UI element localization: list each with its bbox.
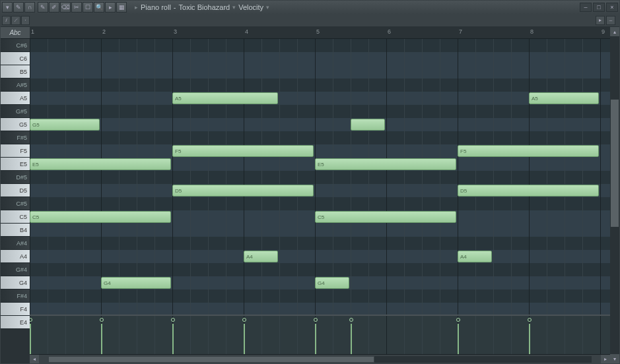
secondary-toolbar: / ⟋ · ▸ – bbox=[1, 14, 619, 27]
bar-marker: 1 bbox=[31, 28, 34, 35]
piano-key-A#4[interactable]: A#4 bbox=[1, 237, 30, 250]
velocity-bar[interactable] bbox=[529, 324, 530, 354]
piano-key-A#5[interactable]: A#5 bbox=[1, 78, 30, 92]
zoom-icon[interactable]: 🔍 bbox=[94, 2, 104, 13]
note-C5[interactable]: C5 bbox=[315, 211, 456, 223]
scroll-grip-icon[interactable]: – bbox=[606, 16, 615, 25]
note-A4[interactable]: A4 bbox=[244, 251, 278, 262]
pencil-icon[interactable]: ✎ bbox=[38, 2, 48, 13]
velocity-handle[interactable] bbox=[171, 318, 175, 322]
vscroll-track[interactable] bbox=[610, 36, 619, 354]
note-E5[interactable]: E5 bbox=[30, 158, 171, 170]
hscroll-track[interactable] bbox=[48, 356, 592, 363]
velocity-bar[interactable] bbox=[244, 324, 245, 354]
note-G5[interactable] bbox=[351, 119, 385, 131]
piano-key-F#5[interactable]: F#5 bbox=[1, 131, 30, 144]
dropdown-icon[interactable]: ▾ bbox=[266, 4, 269, 11]
scroll-up-button[interactable]: ▴ bbox=[610, 27, 619, 36]
note-G4[interactable]: G4 bbox=[101, 277, 171, 289]
dropdown-icon[interactable]: ▾ bbox=[232, 4, 236, 11]
note-F5[interactable]: F5 bbox=[172, 145, 314, 157]
menu-icon[interactable]: ▾ bbox=[2, 2, 13, 13]
velocity-handle[interactable] bbox=[349, 318, 353, 322]
title-instrument[interactable]: Toxic Biohazard bbox=[179, 3, 230, 11]
note-G5[interactable]: G5 bbox=[30, 119, 100, 131]
select-icon[interactable]: ☐ bbox=[83, 2, 93, 13]
note-C5[interactable]: C5 bbox=[30, 211, 171, 223]
erase-icon[interactable]: ⌫ bbox=[60, 2, 71, 13]
velocity-handle[interactable] bbox=[30, 318, 32, 322]
velocity-bar[interactable] bbox=[172, 324, 174, 354]
minimize-button[interactable]: – bbox=[580, 3, 592, 12]
scroll-left-icon[interactable]: ▸ bbox=[596, 16, 605, 25]
maximize-button[interactable]: □ bbox=[593, 3, 605, 12]
slide-tool-icon[interactable]: / bbox=[2, 16, 11, 25]
keys-header[interactable]: Abc bbox=[1, 27, 30, 39]
velocity-handle[interactable] bbox=[314, 318, 318, 322]
velocity-bar[interactable] bbox=[101, 324, 102, 354]
note-F5[interactable]: F5 bbox=[458, 145, 599, 157]
bar-marker: 8 bbox=[530, 28, 534, 35]
piano-key-B4[interactable]: B4 bbox=[1, 224, 30, 237]
piano-key-B5[interactable]: B5 bbox=[1, 65, 30, 78]
velocity-bar[interactable] bbox=[30, 324, 31, 354]
piano-key-G#5[interactable]: G#5 bbox=[1, 105, 30, 118]
vscroll-thumb[interactable] bbox=[611, 100, 619, 227]
piano-key-A5[interactable]: A5 bbox=[1, 92, 30, 105]
scroll-left-button[interactable]: ◂ bbox=[30, 355, 39, 364]
brush-icon[interactable]: ✐ bbox=[49, 2, 59, 13]
bar-marker: 4 bbox=[245, 28, 248, 35]
bar-marker: 5 bbox=[316, 28, 320, 35]
misc-tool-icon[interactable]: · bbox=[21, 16, 30, 25]
piano-roll-window: ▾ ✎ ∩ ✎ ✐ ⌫ ✂ ☐ 🔍 ▸ ▦ ▸ Piano roll - Tox… bbox=[0, 0, 620, 364]
piano-key-G4[interactable]: G4 bbox=[1, 276, 30, 289]
piano-key-F4[interactable]: F4 bbox=[1, 303, 30, 316]
note-grid[interactable]: A5A5G5F5F5E5E5D5D5C5C5A4A4G4G4 bbox=[30, 39, 610, 315]
porta-tool-icon[interactable]: ⟋ bbox=[11, 16, 20, 25]
note-D5[interactable]: D5 bbox=[172, 185, 314, 197]
wrench-icon[interactable]: ✎ bbox=[13, 2, 24, 13]
title-mode[interactable]: Velocity bbox=[238, 3, 263, 11]
note-A5[interactable]: A5 bbox=[529, 92, 599, 104]
piano-key-C5[interactable]: C5 bbox=[1, 210, 30, 224]
note-D5[interactable]: D5 bbox=[458, 185, 599, 197]
velocity-handle[interactable] bbox=[242, 318, 246, 322]
piano-key-F5[interactable]: F5 bbox=[1, 144, 30, 158]
velocity-handle[interactable] bbox=[528, 318, 532, 322]
scroll-down-button[interactable]: ▾ bbox=[610, 354, 619, 363]
piano-key-D5[interactable]: D5 bbox=[1, 184, 30, 197]
note-A4[interactable]: A4 bbox=[458, 251, 492, 262]
piano-key-F#4[interactable]: F#4 bbox=[1, 289, 30, 303]
piano-key-D#5[interactable]: D#5 bbox=[1, 171, 30, 184]
piano-key-E4[interactable]: E4 bbox=[1, 316, 30, 329]
magnet-icon[interactable]: ∩ bbox=[24, 2, 35, 13]
bar-marker: 7 bbox=[459, 28, 462, 35]
note-G4[interactable]: G4 bbox=[315, 277, 349, 289]
piano-key-C#6[interactable]: C#6 bbox=[1, 39, 30, 52]
velocity-handle[interactable] bbox=[100, 318, 104, 322]
bar-marker: 3 bbox=[174, 28, 177, 35]
play-icon[interactable]: ▸ bbox=[105, 2, 116, 13]
horizontal-scrollbar: ◂ ▸ bbox=[30, 354, 610, 363]
piano-key-C#5[interactable]: C#5 bbox=[1, 197, 30, 210]
close-button[interactable]: × bbox=[606, 3, 618, 12]
piano-key-A4[interactable]: A4 bbox=[1, 250, 30, 263]
keys-list: C#6C6B5A#5A5G#5G5F#5F5E5D#5D5C#5C5B4A#4A… bbox=[1, 39, 30, 363]
piano-key-E5[interactable]: E5 bbox=[1, 158, 30, 171]
piano-key-G#4[interactable]: G#4 bbox=[1, 263, 30, 276]
velocity-bar[interactable] bbox=[315, 324, 316, 354]
cut-icon[interactable]: ✂ bbox=[71, 2, 82, 13]
snap-icon[interactable]: ▦ bbox=[116, 2, 127, 13]
piano-key-G5[interactable]: G5 bbox=[1, 118, 30, 131]
scroll-right-button[interactable]: ▸ bbox=[601, 355, 610, 364]
velocity-bar[interactable] bbox=[351, 324, 352, 354]
velocity-pane[interactable] bbox=[30, 315, 610, 354]
note-A5[interactable]: A5 bbox=[172, 92, 278, 104]
piano-key-C6[interactable]: C6 bbox=[1, 52, 30, 65]
note-E5[interactable]: E5 bbox=[315, 158, 456, 170]
velocity-bar[interactable] bbox=[458, 324, 459, 354]
hscroll-thumb[interactable] bbox=[48, 356, 374, 363]
velocity-handle[interactable] bbox=[456, 318, 460, 322]
timeline-ruler[interactable]: 123456789 bbox=[30, 27, 610, 39]
titlebar: ▾ ✎ ∩ ✎ ✐ ⌫ ✂ ☐ 🔍 ▸ ▦ ▸ Piano roll - Tox… bbox=[1, 1, 619, 14]
